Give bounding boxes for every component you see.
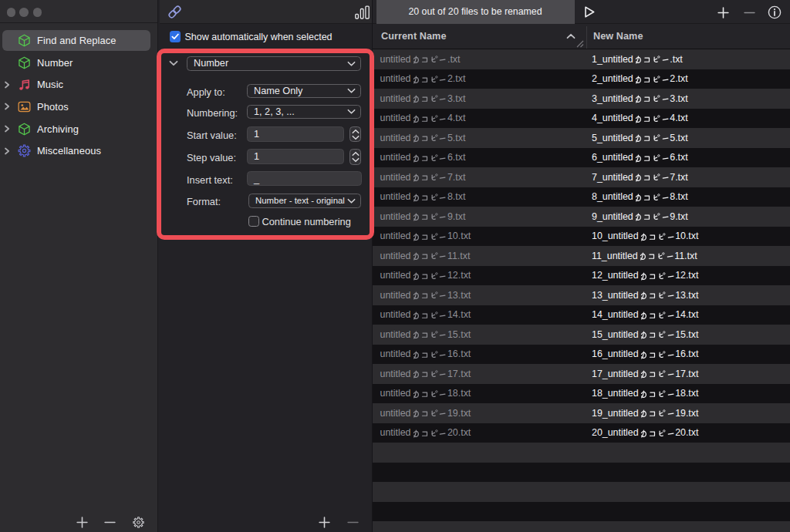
new-name-cell[interactable]: 15_untitled15.txt xyxy=(592,325,698,345)
insert-text-field[interactable]: _ xyxy=(247,171,362,186)
numbering-popup[interactable]: 1, 2, 3, ... xyxy=(247,105,361,119)
new-name-cell[interactable]: 10_untitled10.txt xyxy=(592,227,698,247)
add-action-button[interactable] xyxy=(319,517,330,528)
chevron-right-icon[interactable] xyxy=(3,147,11,155)
table-row[interactable]: untitled4.txt4_untitled4.txt xyxy=(373,109,790,129)
table-row[interactable]: untitled6.txt6_untitled6.txt xyxy=(373,148,790,168)
sidebar-item-find-and-replace[interactable]: Find and Replace xyxy=(0,29,157,52)
current-name-cell[interactable]: untitled7.txt xyxy=(380,167,466,187)
start-value-field[interactable]: 1 xyxy=(247,126,344,142)
sidebar-remove-button[interactable] xyxy=(104,517,116,528)
new-name-cell[interactable]: 1_untitled.txt xyxy=(592,49,683,69)
show-automatically-checkbox[interactable] xyxy=(170,31,181,42)
new-name-cell[interactable]: 8_untitled8.txt xyxy=(592,187,688,207)
column-header-current-name[interactable]: Current Name xyxy=(381,31,446,42)
new-name-cell[interactable]: 7_untitled7.txt xyxy=(592,167,688,187)
new-name-cell[interactable]: 17_untitled17.txt xyxy=(592,364,698,384)
new-name-cell[interactable]: 19_untitled19.txt xyxy=(592,403,698,423)
new-name-cell[interactable]: 6_untitled6.txt xyxy=(592,148,688,168)
table-row[interactable]: untitled15.txt15_untitled15.txt xyxy=(373,325,790,345)
current-name-cell[interactable]: untitled20.txt xyxy=(380,423,471,443)
action-type-popup[interactable]: Number xyxy=(187,56,361,71)
sidebar-item-archiving[interactable]: Archiving xyxy=(0,118,157,140)
sidebar-item-number[interactable]: Number xyxy=(0,52,157,74)
current-name-cell[interactable]: untitled18.txt xyxy=(380,384,471,404)
new-name-cell[interactable]: 20_untitled20.txt xyxy=(592,423,698,443)
current-name-cell[interactable]: untitled9.txt xyxy=(380,207,466,227)
new-name-cell[interactable]: 18_untitled18.txt xyxy=(592,384,698,404)
table-row[interactable]: untitled5.txt5_untitled5.txt xyxy=(373,128,790,148)
new-name-cell[interactable]: 9_untitled9.txt xyxy=(592,207,688,227)
sidebar-item-photos[interactable]: Photos xyxy=(0,96,157,118)
new-name-cell[interactable]: 16_untitled16.txt xyxy=(592,345,698,365)
table-row[interactable]: untitled17.txt17_untitled17.txt xyxy=(373,364,790,384)
format-popup[interactable]: Number - text - original xyxy=(248,194,361,208)
current-name-cell[interactable]: untitled2.txt xyxy=(380,69,466,89)
table-row[interactable]: untitled13.txt13_untitled13.txt xyxy=(373,285,790,305)
new-name-cell[interactable]: 3_untitled3.txt xyxy=(592,89,688,109)
current-name-cell[interactable]: untitled.txt xyxy=(380,49,461,69)
current-name-cell[interactable]: untitled6.txt xyxy=(380,148,466,168)
chain-link-icon[interactable] xyxy=(167,4,183,20)
new-name-cell[interactable]: 11_untitled11.txt xyxy=(592,246,697,266)
current-name-cell[interactable]: untitled16.txt xyxy=(380,345,471,365)
current-name-cell[interactable]: untitled3.txt xyxy=(380,89,466,109)
current-name-cell[interactable]: untitled19.txt xyxy=(380,403,471,423)
current-name-cell[interactable]: untitled17.txt xyxy=(380,364,471,384)
table-row[interactable]: untitled8.txt8_untitled8.txt xyxy=(373,187,790,207)
close-window-button[interactable] xyxy=(7,8,16,17)
info-button[interactable] xyxy=(768,5,782,19)
titlebar[interactable] xyxy=(0,0,157,23)
zoom-window-button[interactable] xyxy=(33,8,42,17)
table-row[interactable]: untitled16.txt16_untitled16.txt xyxy=(373,345,790,365)
bar-chart-icon[interactable] xyxy=(355,5,370,19)
sort-ascending-icon[interactable] xyxy=(566,33,576,39)
remove-action-button[interactable] xyxy=(347,517,359,528)
new-name-cell[interactable]: 4_untitled4.txt xyxy=(592,109,688,129)
table-row[interactable]: untitled3.txt3_untitled3.txt xyxy=(373,89,790,109)
current-name-cell[interactable]: untitled11.txt xyxy=(380,246,471,266)
remove-files-button[interactable] xyxy=(744,7,755,19)
sidebar-item-miscellaneous[interactable]: Miscellaneous xyxy=(0,140,157,162)
chevron-right-icon[interactable] xyxy=(3,125,11,133)
current-name-cell[interactable]: untitled10.txt xyxy=(380,227,471,247)
column-resize-handle[interactable] xyxy=(576,40,584,48)
current-name-cell[interactable]: untitled4.txt xyxy=(380,109,466,129)
play-rename-button[interactable] xyxy=(584,5,596,19)
current-name-cell[interactable]: untitled15.txt xyxy=(380,325,471,345)
table-row[interactable]: untitled7.txt7_untitled7.txt xyxy=(373,167,790,187)
current-name-cell[interactable]: untitled13.txt xyxy=(380,285,471,305)
new-name-cell[interactable]: 12_untitled12.txt xyxy=(592,266,698,286)
table-row[interactable]: untitled14.txt14_untitled14.txt xyxy=(373,305,790,325)
sidebar-settings-button[interactable] xyxy=(132,516,145,529)
chevron-right-icon[interactable] xyxy=(3,103,11,110)
sidebar-item-music[interactable]: Music xyxy=(0,73,157,96)
table-row[interactable]: untitled11.txt11_untitled11.txt xyxy=(373,246,790,266)
new-name-cell[interactable]: 13_untitled13.txt xyxy=(592,285,698,305)
table-row[interactable]: untitled19.txt19_untitled19.txt xyxy=(373,403,790,423)
step-value-stepper[interactable] xyxy=(349,149,361,165)
minimize-window-button[interactable] xyxy=(19,8,29,17)
current-name-cell[interactable]: untitled5.txt xyxy=(380,128,466,148)
current-name-cell[interactable]: untitled14.txt xyxy=(380,305,471,325)
start-value-stepper[interactable] xyxy=(349,126,361,143)
current-name-cell[interactable]: untitled12.txt xyxy=(380,266,471,286)
collapse-chevron-icon[interactable] xyxy=(169,60,178,66)
table-row[interactable]: untitled20.txt20_untitled20.txt xyxy=(373,423,790,443)
table-row[interactable]: untitled2.txt2_untitled2.txt xyxy=(373,69,790,89)
current-name-cell[interactable]: untitled8.txt xyxy=(380,187,466,207)
sidebar-add-button[interactable] xyxy=(76,517,88,528)
chevron-right-icon[interactable] xyxy=(3,81,11,89)
step-value-field[interactable]: 1 xyxy=(247,149,344,164)
table-row[interactable]: untitled12.txt12_untitled12.txt xyxy=(373,266,790,286)
table-row[interactable]: untitled9.txt9_untitled9.txt xyxy=(373,207,790,227)
column-header-new-name[interactable]: New Name xyxy=(593,31,643,42)
table-row[interactable]: untitled18.txt18_untitled18.txt xyxy=(373,384,790,404)
apply-to-popup[interactable]: Name Only xyxy=(247,84,361,98)
new-name-cell[interactable]: 2_untitled2.txt xyxy=(592,69,688,89)
new-name-cell[interactable]: 14_untitled14.txt xyxy=(592,305,698,325)
add-files-button[interactable] xyxy=(717,7,729,19)
continue-numbering-checkbox[interactable] xyxy=(248,216,259,227)
column-divider[interactable] xyxy=(586,26,587,49)
new-name-cell[interactable]: 5_untitled5.txt xyxy=(592,128,688,148)
